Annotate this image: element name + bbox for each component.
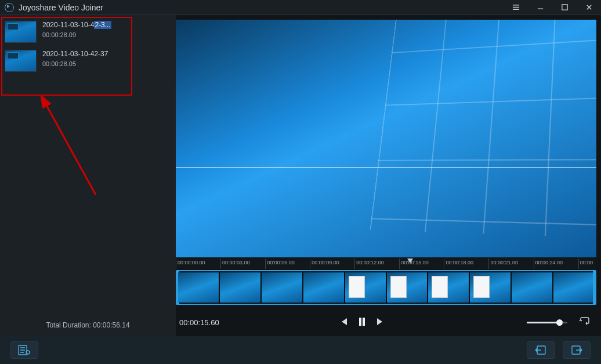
format-button[interactable]: [10, 341, 38, 359]
main-area: 2020-11-03-10-42-3... 00:00:28.09 2020-1…: [0, 15, 601, 336]
clip-name: 2020-11-03-10-42-37: [42, 50, 171, 58]
clip-duration: 00:00:28.05: [42, 60, 171, 67]
svg-rect-0: [562, 5, 567, 10]
clip-duration: 00:00:28.09: [42, 31, 171, 38]
preview-panel: 00:00:00.00 00:00:03.00 00:00:06.00 00:0…: [176, 15, 601, 336]
trim-handle-right[interactable]: [593, 271, 596, 304]
window-buttons: [504, 0, 601, 14]
clip-thumbnail: [5, 21, 37, 43]
back-button[interactable]: [527, 341, 555, 359]
next-button[interactable]: [375, 316, 386, 329]
clip-thumbnail: [5, 50, 37, 72]
total-duration: Total Duration: 00:00:56.14: [0, 321, 176, 329]
timeline-ruler[interactable]: 00:00:00.00 00:00:03.00 00:00:06.00 00:0…: [176, 259, 596, 269]
hamburger-icon: [512, 3, 520, 11]
skip-back-icon: [338, 316, 349, 327]
maximize-icon: [561, 3, 569, 11]
minimize-button[interactable]: [528, 0, 552, 14]
footer-bar: [0, 336, 601, 364]
playhead-marker-icon[interactable]: [407, 259, 413, 263]
playback-controls: 00:00:15.60: [176, 308, 596, 336]
pause-icon: [357, 316, 367, 327]
current-time: 00:00:15.60: [176, 318, 338, 327]
arrow-left-box-icon: [534, 345, 547, 355]
svg-rect-3: [363, 318, 365, 326]
close-button[interactable]: [577, 0, 601, 14]
svg-rect-2: [359, 318, 361, 326]
app-title: Joyoshare Video Joiner: [19, 3, 504, 12]
clip-item[interactable]: 2020-11-03-10-42-37 00:00:28.05: [0, 46, 176, 75]
clip-list-panel: 2020-11-03-10-42-3... 00:00:28.09 2020-1…: [0, 15, 176, 336]
export-button[interactable]: [563, 341, 591, 359]
clip-item[interactable]: 2020-11-03-10-42-3... 00:00:28.09: [0, 17, 176, 46]
prev-button[interactable]: [338, 316, 349, 329]
app-logo-icon: [5, 3, 14, 12]
close-icon: [585, 3, 593, 11]
video-preview[interactable]: [176, 20, 596, 257]
clip-info: 2020-11-03-10-42-37 00:00:28.05: [42, 50, 171, 67]
clip-info: 2020-11-03-10-42-3... 00:00:28.09: [42, 21, 171, 38]
list-settings-icon: [18, 345, 31, 355]
loop-icon: [579, 317, 591, 326]
title-bar: Joyoshare Video Joiner: [0, 0, 601, 15]
clip-name: 2020-11-03-10-42-3...: [42, 21, 171, 29]
annotation-arrow-icon: [35, 96, 104, 201]
skip-forward-icon: [375, 316, 386, 327]
menu-button[interactable]: [504, 0, 528, 14]
filmstrip[interactable]: [176, 270, 596, 305]
pause-button[interactable]: [357, 316, 367, 329]
arrow-right-box-icon: [570, 345, 583, 355]
svg-line-1: [45, 103, 96, 195]
minimize-icon: [537, 3, 544, 11]
loop-button[interactable]: [579, 317, 591, 328]
volume-slider[interactable]: [527, 322, 567, 323]
maximize-button[interactable]: [552, 0, 577, 14]
